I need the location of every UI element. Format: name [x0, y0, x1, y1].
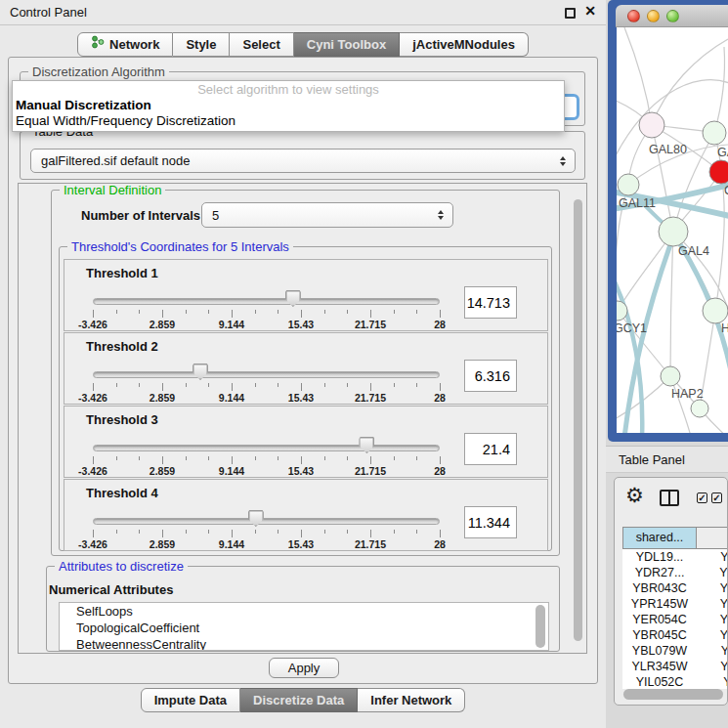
table-row[interactable]: YLR345WYLR3 [622, 659, 728, 674]
network-canvas[interactable]: GAL80GACGAL11GAL4GCY1HHAP2 [617, 27, 728, 433]
table-row[interactable]: YBL079WYBL0 [622, 643, 728, 659]
tick-mark [278, 310, 278, 314]
table-row[interactable]: YER054CYER0 [622, 612, 728, 627]
spinner-arrows-icon [438, 210, 444, 220]
tick-mark [186, 530, 187, 534]
table-cell: YBR0 [697, 627, 728, 643]
control-panel: Control Panel ✕ NetworkStyleSelectCyni T… [0, 0, 606, 728]
tab-label: Style [186, 33, 216, 56]
table-row[interactable]: YPR145WYPR1 [622, 596, 728, 612]
network-node-gal80[interactable] [639, 112, 664, 138]
slider-track[interactable] [93, 298, 440, 305]
list-item-selfloops[interactable]: SelfLoops [60, 603, 548, 620]
table-row[interactable]: YBR045CYBR0 [622, 627, 728, 643]
node-label: GAL4 [678, 244, 709, 258]
network-node-ga[interactable] [703, 121, 726, 145]
tick-mark [139, 383, 140, 387]
split-columns-icon[interactable] [660, 490, 679, 506]
tick-mark [416, 310, 417, 314]
tick-label: 2.859 [133, 538, 192, 550]
table-row[interactable]: YIL052CYIL0 [622, 674, 728, 689]
tick-label: 9.144 [202, 319, 261, 330]
table-cell: YIL0 [697, 674, 728, 689]
slider-track[interactable] [93, 445, 440, 451]
screen: Control Panel ✕ NetworkStyleSelectCyni T… [0, 0, 728, 728]
network-window-titlebar[interactable] [616, 5, 728, 27]
network-node-c[interactable] [709, 160, 728, 184]
tick-mark [232, 383, 233, 391]
threshold-panel-1: Threshold 1-3.4262.8599.14415.4321.71528 [64, 259, 548, 331]
slider-track[interactable] [93, 371, 440, 378]
slider-track[interactable] [93, 518, 440, 525]
settings-scrollbar[interactable] [574, 199, 582, 641]
float-window-icon[interactable] [565, 8, 576, 19]
checkbox-icon[interactable]: ✓ [711, 492, 722, 503]
table-row[interactable]: YBR043CYBR0 [622, 580, 728, 596]
algorithm-popup: Select algorithm to view settings Manual… [12, 80, 565, 132]
bottom-tab-discretize-data[interactable]: Discretize Data [240, 688, 358, 712]
threshold-value-field[interactable] [464, 506, 517, 538]
network-node-hap2[interactable] [661, 366, 680, 386]
tick-label: 21.715 [341, 319, 400, 330]
threshold-value-field[interactable] [464, 433, 517, 465]
column-header-n[interactable]: n [697, 527, 728, 549]
tick-label: -3.426 [64, 392, 122, 404]
minimize-traffic-light-icon[interactable] [647, 10, 660, 22]
apply-button[interactable]: Apply [269, 658, 339, 678]
table-cell: YBR043C [622, 580, 697, 596]
network-node-h[interactable] [703, 298, 728, 323]
tick-mark [370, 456, 371, 464]
discretization-algorithm-title: Discretization Algorithm [28, 64, 169, 79]
node-label: GAL11 [619, 196, 656, 210]
gear-icon[interactable]: ⚙ [625, 484, 644, 507]
algorithm-option-equal-width-frequency-discretization[interactable]: Equal Width/Frequency Discretization [13, 113, 564, 129]
table-cell: YER0 [697, 612, 728, 627]
column-header-shared[interactable]: shared... [622, 527, 697, 549]
close-traffic-light-icon[interactable] [627, 10, 640, 22]
tick-mark [255, 310, 256, 314]
tab-style[interactable]: Style [173, 32, 230, 57]
node-label: C [724, 184, 728, 197]
tick-mark [347, 383, 348, 387]
tick-mark [394, 456, 395, 460]
numerical-attributes-list[interactable]: SelfLoopsTopologicalCoefficientBetweenne… [59, 602, 549, 651]
checkbox-icon[interactable]: ✓ [697, 492, 707, 503]
table-data-combo[interactable]: galFiltered.sif default node [30, 149, 576, 173]
tick-mark [278, 383, 278, 387]
list-item-topologicalcoefficient[interactable]: TopologicalCoefficient [60, 620, 548, 636]
threshold-value-field[interactable] [464, 286, 517, 319]
tab-label: Cyni Toolbox [307, 33, 386, 56]
tab-jactivemnodules[interactable]: jActiveMNodules [400, 32, 529, 57]
tick-mark [139, 310, 140, 314]
bottom-tab-label: Discretize Data [253, 689, 344, 711]
tick-mark [208, 456, 209, 460]
threshold-panel-2: Threshold 2-3.4262.8599.14415.4321.71528 [64, 332, 548, 405]
list-item-betweennesscentrality[interactable]: BetweennessCentrality [60, 636, 548, 651]
numerical-attributes-label: Numerical Attributes [49, 582, 173, 597]
tick-label: 9.144 [202, 392, 261, 404]
attributes-group-title: Attributes to discretize [55, 559, 188, 574]
tick-mark [162, 383, 163, 391]
table-row[interactable]: YDL19...YDL1 [622, 549, 728, 565]
network-node-gal4[interactable] [659, 217, 688, 246]
bottom-tab-infer-network[interactable]: Infer Network [358, 688, 465, 712]
number-of-intervals-combo[interactable]: 5 [201, 202, 453, 228]
bottom-tab-impute-data[interactable]: Impute Data [141, 688, 240, 712]
table-data-combo-value: galFiltered.sif default node [41, 153, 190, 168]
network-node[interactable] [691, 400, 708, 417]
list-scrollbar[interactable] [535, 605, 545, 648]
tick-mark [186, 310, 187, 314]
table-row[interactable]: YDR27...YDR2 [622, 565, 728, 580]
table-hscroll-thumb[interactable] [623, 689, 723, 700]
tick-label: 21.715 [341, 465, 400, 477]
zoom-traffic-light-icon[interactable] [666, 10, 679, 22]
threshold-value-field[interactable] [464, 360, 517, 392]
tick-label: 2.859 [133, 319, 192, 330]
close-icon[interactable]: ✕ [584, 3, 596, 19]
tab-select[interactable]: Select [230, 32, 293, 57]
network-node-gal11[interactable] [618, 174, 639, 195]
tab-cyni-toolbox[interactable]: Cyni Toolbox [294, 32, 400, 57]
table-hscrollbar[interactable] [623, 689, 723, 700]
algorithm-option-manual-discretization[interactable]: Manual Discretization [13, 98, 564, 113]
tab-network[interactable]: Network [77, 32, 173, 57]
